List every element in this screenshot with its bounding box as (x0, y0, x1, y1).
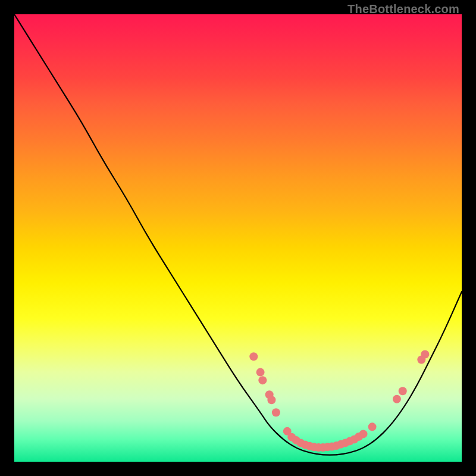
data-dots-group (249, 350, 429, 452)
data-dot (249, 352, 258, 361)
bottleneck-curve (14, 14, 462, 455)
data-dot (256, 368, 265, 377)
chart-container: TheBottleneck.com (0, 0, 476, 476)
data-dot (368, 422, 377, 431)
data-dot (421, 350, 429, 359)
data-dot (267, 396, 275, 404)
data-dot (258, 376, 267, 384)
data-dot (359, 430, 368, 438)
data-dot (399, 387, 407, 395)
data-dot (272, 408, 280, 416)
data-dot (393, 395, 401, 403)
curve-layer (14, 14, 462, 462)
plot-area (14, 14, 462, 462)
